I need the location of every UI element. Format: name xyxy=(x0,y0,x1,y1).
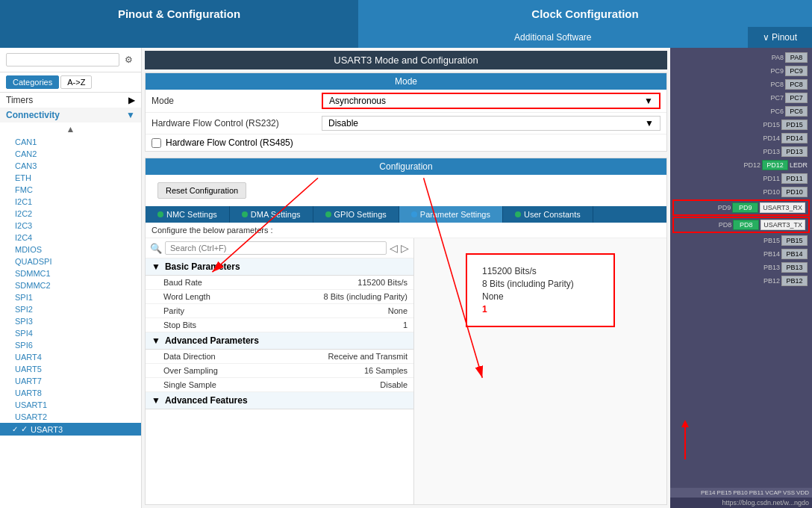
advanced-params-group[interactable]: ▼ Advanced Parameters xyxy=(146,332,413,350)
highlight-stop: 1 xyxy=(482,304,599,315)
pb11-label: PB11 xyxy=(749,489,764,496)
param-parity: Parity None xyxy=(146,304,413,318)
sidebar-item-can2[interactable]: CAN2 xyxy=(0,148,141,160)
baud-rate-value: 115200 Bits/s xyxy=(357,278,407,287)
search-icon: 🔍 xyxy=(150,243,162,254)
sidebar-item-spi4[interactable]: SPI4 xyxy=(0,327,141,339)
hw-flow-rs232-arrow: ▼ xyxy=(645,118,654,128)
sub-header-pinout[interactable]: ∨ Pinout xyxy=(748,27,812,48)
user-const-dot xyxy=(515,211,521,217)
sidebar-item-mdios[interactable]: MDIOS xyxy=(0,244,141,255)
sidebar-item-can1[interactable]: CAN1 xyxy=(0,136,141,148)
sub-header-additional[interactable]: Additional Software xyxy=(358,27,748,48)
pin-pb13: PB13 PB13 xyxy=(672,261,811,274)
tab-nvmc[interactable]: NMC Settings xyxy=(146,206,230,223)
hw-flow-rs485-checkbox[interactable] xyxy=(152,138,161,148)
sidebar-item-eth[interactable]: ETH xyxy=(0,172,141,184)
pc6-box: PC6 xyxy=(785,106,808,117)
sidebar-item-uart8[interactable]: UART8 xyxy=(0,387,141,399)
sidebar-item-spi6[interactable]: SPI6 xyxy=(0,339,141,351)
sidebar-item-sdmmc2[interactable]: SDMMC2 xyxy=(0,279,141,291)
sidebar-item-spi1[interactable]: SPI1 xyxy=(0,291,141,303)
highlight-box: 115200 Bits/s 8 Bits (including Parity) … xyxy=(466,253,615,327)
sidebar-item-uart5[interactable]: UART5 xyxy=(0,363,141,375)
pin-pd14: PD14 PD14 xyxy=(672,131,811,145)
mode-value: Asynchronous xyxy=(329,96,386,106)
sidebar-item-quadspi[interactable]: QUADSPI xyxy=(0,255,141,267)
main-content: USART3 Mode and Configuration Mode Mode … xyxy=(142,48,670,508)
mode-select[interactable]: Asynchronous ▼ xyxy=(322,93,660,109)
sidebar-item-spi3[interactable]: SPI3 xyxy=(0,315,141,327)
sidebar-item-usart1[interactable]: USART1 xyxy=(0,399,141,411)
pins-list: PA8 PA8 PC9 PC9 PC8 PC8 PC7 PC7 PC6 PC6 … xyxy=(670,48,812,488)
sidebar-item-sdmmc1[interactable]: SDMMC1 xyxy=(0,267,141,279)
timers-label: Timers xyxy=(6,95,33,105)
pin-pd11: PD11 PD11 xyxy=(672,172,811,185)
stop-bits-value: 1 xyxy=(403,320,407,329)
advanced-features-label: Advanced Features xyxy=(165,395,248,406)
search-next-btn[interactable]: ▷ xyxy=(401,242,409,254)
pd9-box: PD9 xyxy=(732,202,758,213)
sidebar-item-uart7[interactable]: UART7 xyxy=(0,375,141,387)
dma-dot xyxy=(242,211,248,217)
sub-header: Additional Software ∨ Pinout xyxy=(0,27,812,48)
sidebar-item-spi2[interactable]: SPI2 xyxy=(0,303,141,315)
sidebar-section-connectivity[interactable]: Connectivity ▼ xyxy=(0,108,141,123)
sidebar-search-input[interactable] xyxy=(6,53,119,66)
param-single-sample: Single Sample Disable xyxy=(146,378,413,392)
parity-label: Parity xyxy=(163,306,184,315)
usart3-rx-label: USART3_RX xyxy=(760,202,805,213)
pin-pd9: PD9 PD9 USART3_RX xyxy=(672,199,810,216)
single-sample-label: Single Sample xyxy=(163,380,216,389)
sidebar-item-i2c1[interactable]: I2C1 xyxy=(0,196,141,208)
usart-title: USART3 Mode and Configuration xyxy=(145,51,667,69)
search-prev-btn[interactable]: ◁ xyxy=(390,242,398,254)
pe15-label: PE15 xyxy=(717,489,732,496)
basic-params-group[interactable]: ▼ Basic Parameters xyxy=(146,258,413,276)
param-over-sampling: Over Sampling 16 Samples xyxy=(146,364,413,378)
tab-categories[interactable]: Categories xyxy=(6,75,59,89)
tab-dma[interactable]: DMA Settings xyxy=(230,206,313,223)
pb14-box: PB14 xyxy=(781,249,808,259)
tab-user-const[interactable]: User Constants xyxy=(503,206,593,223)
sidebar-item-i2c4[interactable]: I2C4 xyxy=(0,232,141,244)
sidebar-item-usart2[interactable]: USART2 xyxy=(0,411,141,423)
pc7-label: PC7 xyxy=(770,94,784,102)
reset-configuration-button[interactable]: Reset Configuration xyxy=(157,182,246,199)
sidebar-section-timers[interactable]: Timers ▶ xyxy=(0,93,141,108)
configure-text: Configure the below parameters : xyxy=(146,223,666,238)
sidebar-item-usart3[interactable]: ✓ USART3 xyxy=(0,423,141,436)
hw-flow-rs232-row: Hardware Flow Control (RS232) Disable ▼ xyxy=(146,113,666,134)
tab-gpio[interactable]: GPIO Settings xyxy=(313,206,399,223)
params-right-panel: 115200 Bits/s 8 Bits (including Parity) … xyxy=(414,238,666,504)
reset-btn-area: Reset Configuration xyxy=(146,175,666,206)
sidebar-item-uart4[interactable]: UART4 xyxy=(0,351,141,363)
pin-pd13: PD13 PD13 xyxy=(672,145,811,158)
pin-pd8: PD8 PD8 USART3_TX xyxy=(672,217,810,233)
params-area: 🔍 ◁ ▷ ▼ Basic Parameters Baud Rate xyxy=(146,238,666,504)
advanced-features-arrow: ▼ xyxy=(152,395,160,406)
scroll-up-arrow[interactable]: ▲ xyxy=(0,123,141,136)
hw-flow-rs232-select[interactable]: Disable ▼ xyxy=(322,116,660,131)
sidebar-scroll[interactable]: Timers ▶ Connectivity ▼ ▲ CAN1 CAN2 CAN3… xyxy=(0,93,141,508)
gear-icon[interactable]: ⚙ xyxy=(122,52,135,67)
pin-pc6: PC6 PC6 xyxy=(672,105,811,118)
pin-pa8: PA8 PA8 xyxy=(672,51,811,64)
sidebar-item-i2c2[interactable]: I2C2 xyxy=(0,208,141,220)
tab-param[interactable]: Parameter Settings xyxy=(399,206,503,223)
vdd-label: VDD xyxy=(796,489,809,496)
parity-value: None xyxy=(388,306,407,315)
sidebar-item-can3[interactable]: CAN3 xyxy=(0,160,141,172)
tab-az[interactable]: A->Z xyxy=(60,75,92,89)
main-layout: ⚙ Categories A->Z Timers ▶ Connectivity … xyxy=(0,48,812,508)
gpio-label: GPIO Settings xyxy=(334,210,387,219)
dma-label: DMA Settings xyxy=(251,210,301,219)
params-search-input[interactable] xyxy=(165,241,387,255)
advanced-features-group[interactable]: ▼ Advanced Features xyxy=(146,392,413,409)
sidebar-item-fmc[interactable]: FMC xyxy=(0,184,141,196)
sidebar-item-i2c3[interactable]: I2C3 xyxy=(0,220,141,232)
pin-pb14: PB14 PB14 xyxy=(672,247,811,261)
params-list: ▼ Basic Parameters Baud Rate 115200 Bits… xyxy=(146,258,413,504)
pd8-box: PD8 xyxy=(733,220,759,230)
pa8-box: PA8 xyxy=(785,52,808,63)
